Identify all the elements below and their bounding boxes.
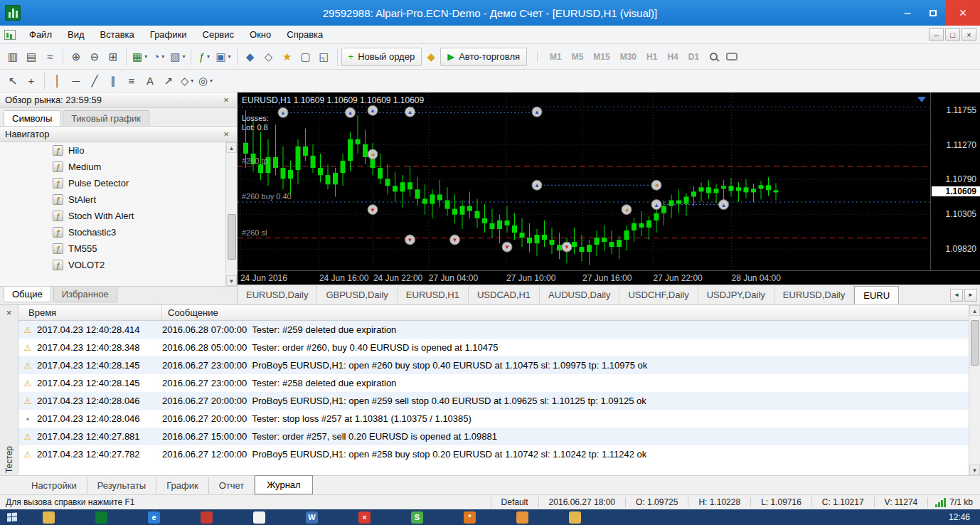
scroll-down-icon[interactable]: ▼: [969, 465, 980, 475]
journal-row[interactable]: ⚠2017.04.23 12:40:28.1452016.06.27 23:00…: [18, 374, 969, 392]
new-chart-icon[interactable]: ▦▾: [130, 48, 149, 66]
equidistant-channel-icon[interactable]: ∥: [104, 72, 122, 90]
time-axis[interactable]: 24 Jun 201624 Jun 16:0024 Jun 22:0027 Ju…: [238, 270, 980, 285]
candlestick-chart-icon[interactable]: ▥: [4, 48, 22, 66]
journal-row[interactable]: ⚠2017.04.23 12:40:28.1452016.06.27 23:00…: [18, 356, 969, 374]
chart-tab[interactable]: EURUSD,H1: [398, 286, 469, 304]
scroll-up-icon[interactable]: ▲: [969, 305, 980, 316]
menu-item[interactable]: Сервис: [195, 27, 243, 42]
menu-item[interactable]: Вид: [60, 27, 92, 42]
close-icon[interactable]: ×: [220, 95, 232, 105]
taskbar-document-icon[interactable]: [253, 511, 265, 524]
zoom-out-icon[interactable]: ⊖: [85, 48, 104, 66]
menu-item[interactable]: Вставка: [92, 27, 142, 42]
tester-tab[interactable]: Журнал: [255, 475, 312, 494]
chat-icon[interactable]: [723, 48, 741, 66]
menu-item[interactable]: Файл: [21, 27, 60, 42]
timeframe-m5-button[interactable]: M5: [567, 52, 589, 62]
line-chart-icon[interactable]: ≈: [41, 48, 59, 66]
navigator-icon[interactable]: ◇: [260, 48, 278, 66]
arrows-icon[interactable]: ↗: [159, 72, 178, 90]
cycle-lines-icon[interactable]: ◎▾: [196, 72, 215, 90]
journal-row[interactable]: ⚠2017.04.23 12:40:28.3482016.06.28 05:00…: [18, 339, 969, 356]
chart-tab[interactable]: USDCAD,H1: [469, 286, 540, 304]
navigator-scrollbar[interactable]: ▲ ▼: [225, 142, 237, 286]
chart-tab[interactable]: EURU: [854, 286, 899, 304]
indicators-icon[interactable]: ƒ▾: [195, 48, 213, 66]
bar-chart-icon[interactable]: ▤: [22, 48, 41, 66]
menu-item[interactable]: Справка: [279, 27, 331, 42]
terminal-icon[interactable]: ▢: [297, 48, 315, 66]
scroll-up-icon[interactable]: ▲: [226, 142, 237, 153]
chart-tab[interactable]: EURUSD,Daily: [774, 286, 854, 304]
shapes-icon[interactable]: ◇▾: [178, 72, 196, 90]
mdi-minimize-button[interactable]: –: [929, 28, 944, 41]
scroll-thumb[interactable]: [971, 320, 979, 366]
navigator-tab[interactable]: Избранное: [53, 287, 117, 302]
strategy-tester-icon[interactable]: ◱: [315, 48, 334, 66]
tile-windows-icon[interactable]: ⊞: [104, 48, 122, 66]
navigator-item[interactable]: ƒStoch With Alert: [0, 208, 237, 224]
taskbar-browser-icon[interactable]: e: [148, 511, 160, 524]
journal-row[interactable]: ⚠2017.04.23 12:40:28.0462016.06.27 20:00…: [18, 392, 969, 410]
journal-row[interactable]: ⚠2017.04.23 12:40:27.7822016.06.27 12:00…: [18, 445, 969, 463]
crosshair-icon[interactable]: +: [22, 72, 41, 90]
taskbar-folder2-icon[interactable]: [569, 511, 581, 524]
templates-icon[interactable]: ▧▾: [168, 48, 187, 66]
window-layout-icon[interactable]: ▣▾: [213, 48, 233, 66]
start-button[interactable]: [0, 509, 24, 525]
taskbar-folder-icon[interactable]: [43, 511, 55, 524]
text-icon[interactable]: A: [141, 72, 159, 90]
autotrade-button[interactable]: ▶Авто-торговля: [440, 48, 527, 66]
taskbar-app-icon-1[interactable]: [201, 511, 213, 524]
chart-area[interactable]: ▲▲▲▲▲◄▼▼▼▼▼▲◄◄▲▲EURUSD,H1 1.10609 1.1060…: [238, 92, 980, 285]
vertical-line-icon[interactable]: │: [48, 72, 67, 90]
horizontal-line-icon[interactable]: ─: [67, 72, 85, 90]
periods-icon[interactable]: ◔▾: [149, 48, 168, 66]
timeframe-m30-button[interactable]: M30: [615, 52, 641, 62]
close-icon[interactable]: ×: [220, 129, 232, 139]
new-order-button[interactable]: +Новый ордер: [341, 48, 422, 66]
navigator-item[interactable]: ƒMedium: [0, 159, 237, 175]
tester-tab[interactable]: График: [156, 477, 208, 494]
tester-tab[interactable]: Настройки: [21, 477, 87, 494]
tester-tab[interactable]: Отчет: [209, 477, 255, 494]
maximize-button[interactable]: [920, 0, 946, 26]
tab-scroll-right-icon[interactable]: ►: [964, 289, 977, 302]
taskbar-flower-icon[interactable]: *: [464, 511, 476, 524]
mdi-restore-button[interactable]: □: [945, 28, 960, 41]
chart-tab[interactable]: AUDUSD,Daily: [540, 286, 619, 304]
market-watch-tab[interactable]: Тиковый график: [63, 110, 149, 126]
navigator-item[interactable]: ƒStochastic3: [0, 224, 237, 240]
journal-row[interactable]: ●2017.04.23 12:40:28.0462016.06.27 20:00…: [18, 410, 969, 428]
taskbar-close-app-icon[interactable]: ×: [358, 511, 371, 524]
timeframe-m15-button[interactable]: M15: [588, 52, 614, 62]
close-icon[interactable]: ×: [6, 307, 12, 318]
chart-plot[interactable]: ▲▲▲▲▲◄▼▼▼▼▼▲◄◄▲▲EURUSD,H1 1.10609 1.1060…: [238, 92, 930, 270]
journal-scrollbar[interactable]: ▲ ▼: [969, 305, 980, 475]
favorites-icon[interactable]: ★: [278, 48, 297, 66]
close-button[interactable]: ×: [946, 0, 980, 26]
navigator-tab[interactable]: Общие: [4, 287, 51, 302]
journal-col-time[interactable]: Время: [18, 305, 162, 320]
scroll-thumb[interactable]: [228, 214, 236, 260]
navigator-item[interactable]: ƒVOLOT2: [0, 257, 237, 273]
market-watch-icon[interactable]: ◆: [241, 48, 260, 66]
titlebar[interactable]: 29592988: Alpari-Pro.ECN-Demo - Демо Сче…: [0, 0, 980, 26]
journal-row[interactable]: ⚠2017.04.23 12:40:27.8812016.06.27 15:00…: [18, 428, 969, 445]
journal-col-message[interactable]: Сообщение: [162, 305, 969, 320]
mdi-close-button[interactable]: ×: [962, 28, 976, 41]
cursor-icon[interactable]: ↖: [4, 72, 22, 90]
scroll-down-icon[interactable]: ▼: [226, 275, 237, 286]
journal-row[interactable]: ⚠2017.04.23 12:40:28.4142016.06.28 07:00…: [18, 321, 969, 339]
taskbar-app-icon-3[interactable]: S: [411, 511, 423, 524]
search-icon[interactable]: [704, 48, 723, 66]
taskbar-app-icon-2[interactable]: W: [306, 511, 318, 524]
chart-tab[interactable]: USDCHF,Daily: [619, 286, 698, 304]
taskbar-app-icon-4[interactable]: [516, 511, 528, 524]
navigator-item[interactable]: ƒHilo: [0, 142, 237, 159]
zoom-in-icon[interactable]: ⊕: [67, 48, 85, 66]
attach-icon[interactable]: ◆: [422, 48, 440, 66]
navigator-item[interactable]: ƒPulse Detector: [0, 175, 237, 191]
chart-tab[interactable]: GBPUSD,Daily: [317, 286, 397, 304]
